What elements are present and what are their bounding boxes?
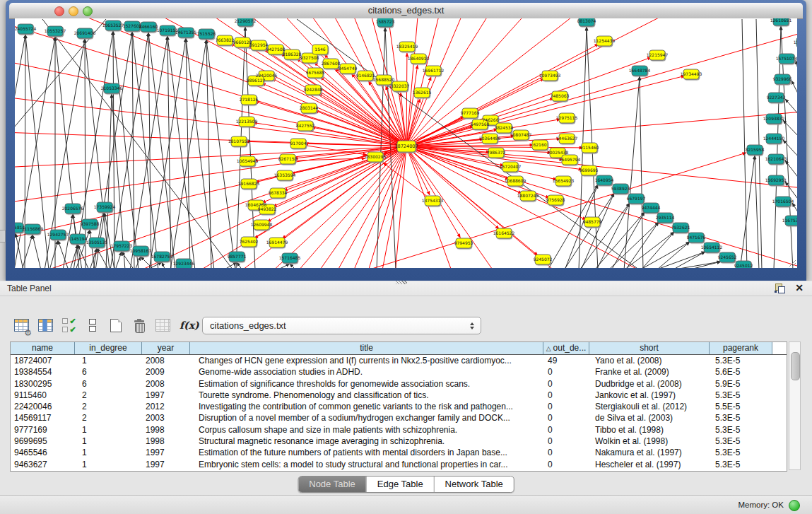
table-cell[interactable]: 49 [543, 355, 589, 366]
table-options-button[interactable]: ⚙ [14, 316, 29, 334]
column-header-out_de[interactable]: △out_de... [543, 342, 589, 354]
collapsed-panel-handle[interactable] [0, 230, 6, 243]
table-cell[interactable]: Genome-wide association studies in ADHD. [190, 366, 543, 378]
table-cell[interactable]: Investigating the contribution of common… [190, 401, 543, 412]
table-panel-header[interactable]: Table Panel ✕ [0, 281, 812, 296]
table-cell[interactable]: 9777169 [11, 424, 75, 436]
table-cell[interactable]: 2009 [142, 366, 190, 378]
table-cell[interactable]: Franke et al. (2009) [589, 366, 710, 378]
table-cell[interactable]: 2 [75, 412, 142, 424]
table-row[interactable]: 911546021997Tourette syndrome. Phenomeno… [11, 390, 787, 401]
column-header-year[interactable]: year [142, 342, 190, 354]
window-titlebar[interactable]: citations_edges.txt [9, 3, 803, 19]
table-cell[interactable]: 18724007 [11, 355, 75, 366]
select-all-columns-button[interactable]: ✔ ✔ [62, 316, 76, 334]
table-cell[interactable]: 5.3E-5 [710, 424, 772, 436]
table-row[interactable]: 977716911998Corpus callosum shape and si… [11, 424, 787, 436]
table-cell[interactable]: Stergiakouli et al. (2012) [589, 401, 710, 412]
function-builder-button[interactable]: f(x) [180, 316, 199, 334]
network-table-tab[interactable]: Network Table [434, 477, 514, 492]
table-cell[interactable]: 9465546 [11, 447, 75, 458]
table-cell[interactable]: 5.3E-5 [710, 459, 772, 470]
table-row[interactable]: 1456911722003Disruption of a novel membe… [11, 412, 787, 424]
column-header-title[interactable]: title [190, 342, 543, 354]
table-cell[interactable]: 2008 [142, 355, 190, 366]
network-window[interactable]: citations_edges.txt 24055724105532572069… [6, 0, 806, 281]
column-header-in_degree[interactable]: in_degree [75, 342, 142, 354]
table-cell[interactable]: 1 [75, 436, 142, 447]
edge-table-tab[interactable]: Edge Table [366, 477, 434, 492]
splitter-grip[interactable] [396, 281, 407, 284]
network-canvas[interactable]: 2405572410553257206914061065352715276028… [15, 18, 797, 268]
table-cell[interactable]: 5.3E-5 [710, 447, 772, 458]
table-cell[interactable]: 6 [75, 366, 142, 378]
table-cell[interactable]: 0 [543, 366, 589, 378]
table-row[interactable]: 1830029562008Estimation of significance … [11, 378, 787, 390]
table-cell[interactable]: Jankovic et al. (1997) [589, 390, 710, 401]
table-cell[interactable]: 2003 [142, 412, 190, 424]
table-cell[interactable]: 5.6E-5 [710, 366, 772, 378]
table-cell[interactable]: 2008 [142, 378, 190, 390]
table-cell[interactable]: Yano et al. (2008) [589, 355, 710, 366]
show-columns-button[interactable] [38, 316, 53, 334]
table-cell[interactable]: 5.3E-5 [710, 390, 772, 401]
table-cell[interactable]: Disruption of a novel member of a sodium… [190, 412, 543, 424]
table-cell[interactable]: de Silva et al. (2003) [589, 412, 710, 424]
table-cell[interactable]: 0 [543, 378, 589, 390]
table-chooser-dropdown[interactable]: citations_edges.txt [202, 317, 481, 334]
table-cell[interactable]: 1997 [142, 459, 190, 470]
create-column-button[interactable] [109, 316, 123, 334]
table-row[interactable]: 2242004622012Investigating the contribut… [11, 401, 787, 412]
table-cell[interactable]: 5.3E-5 [710, 412, 772, 424]
column-header-name[interactable]: name [11, 342, 75, 354]
scrollbar-thumb[interactable] [791, 352, 800, 380]
table-cell[interactable]: 1 [75, 447, 142, 458]
table-row[interactable]: 969969511998Structural magnetic resonanc… [11, 436, 787, 447]
table-cell[interactable]: 0 [543, 390, 589, 401]
table-cell[interactable]: 1997 [142, 390, 190, 401]
table-cell[interactable]: 22420046 [11, 401, 75, 412]
table-cell[interactable]: 9115460 [11, 390, 75, 401]
table-cell[interactable]: 5.3E-5 [710, 355, 772, 366]
node-table-tab[interactable]: Node Table [298, 477, 366, 492]
table-row[interactable]: 1872400712008Changes of HCN gene express… [11, 355, 787, 366]
table-cell[interactable]: 0 [543, 436, 589, 447]
import-table-button[interactable] [155, 316, 170, 334]
table-cell[interactable]: Wolkin et al. (1998) [589, 436, 710, 447]
table-cell[interactable]: 5.9E-5 [710, 378, 772, 390]
table-cell[interactable]: 2 [75, 390, 142, 401]
table-cell[interactable]: 2 [75, 401, 142, 412]
table-cell[interactable]: 1997 [142, 447, 190, 458]
table-cell[interactable]: 18300295 [11, 378, 75, 390]
table-vertical-scrollbar[interactable] [789, 341, 801, 470]
table-cell[interactable]: Tourette syndrome. Phenomenology and cla… [190, 390, 543, 401]
rows-button[interactable] [86, 316, 100, 334]
table-cell[interactable]: 5.5E-5 [710, 401, 772, 412]
table-cell[interactable]: 1998 [142, 424, 190, 436]
table-cell[interactable]: 0 [543, 401, 589, 412]
table-cell[interactable]: 9699695 [11, 436, 75, 447]
table-cell[interactable]: Estimation of the future numbers of pati… [190, 447, 543, 458]
table-cell[interactable]: 1998 [142, 436, 190, 447]
table-cell[interactable]: 5.3E-5 [710, 436, 772, 447]
column-header-pagerank[interactable]: pagerank [710, 342, 772, 354]
table-cell[interactable]: 0 [543, 459, 589, 470]
table-cell[interactable]: Tibbo et al. (1998) [589, 424, 710, 436]
table-cell[interactable]: Corpus callosum shape and size in male p… [190, 424, 543, 436]
table-cell[interactable]: 14569117 [11, 412, 75, 424]
table-cell[interactable]: 6 [75, 378, 142, 390]
table-cell[interactable]: 0 [543, 447, 589, 458]
table-cell[interactable]: Estimation of significance thresholds fo… [190, 378, 543, 390]
table-cell[interactable]: Nakamura et al. (1997) [589, 447, 710, 458]
table-cell[interactable]: 1 [75, 355, 142, 366]
float-panel-icon[interactable] [775, 284, 785, 293]
table-cell[interactable]: Embryonic stem cells: a model to study s… [190, 459, 543, 470]
node-table[interactable]: namein_degreeyeartitle△out_de...shortpag… [10, 341, 787, 472]
table-row[interactable]: 1938455462009Genome-wide association stu… [11, 366, 787, 378]
table-cell[interactable]: 0 [543, 412, 589, 424]
table-cell[interactable]: 0 [543, 424, 589, 436]
column-header-short[interactable]: short [589, 342, 710, 354]
table-row[interactable]: 946362711997Embryonic stem cells: a mode… [11, 459, 787, 470]
table-cell[interactable]: 1 [75, 459, 142, 470]
table-cell[interactable]: Changes of HCN gene expression and I(f) … [190, 355, 543, 366]
